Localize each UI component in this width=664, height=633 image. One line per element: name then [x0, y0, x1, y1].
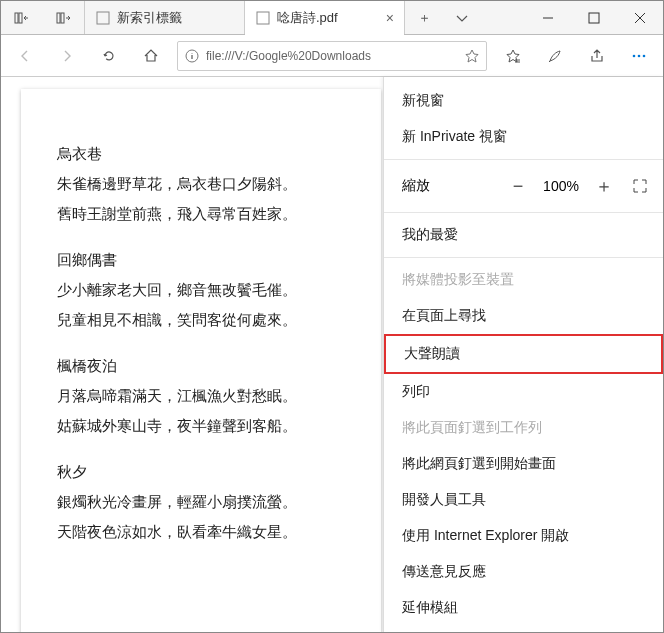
close-icon — [632, 10, 648, 26]
tab-label: 唸唐詩.pdf — [277, 9, 380, 27]
pdf-page: 烏衣巷 朱雀橋邊野草花，烏衣巷口夕陽斜。 舊時王謝堂前燕，飛入尋常百姓家。 回鄉… — [21, 89, 381, 633]
more-dots-icon — [631, 48, 647, 64]
poem-title: 回鄉偶書 — [57, 245, 345, 275]
menu-new-inprivate[interactable]: 新 InPrivate 視窗 — [384, 119, 663, 155]
refresh-icon — [101, 48, 117, 64]
tab-overflow-button[interactable] — [443, 1, 481, 34]
toolbar: file:///V:/Google%20Downloads — [1, 35, 663, 77]
more-menu-button[interactable] — [619, 36, 659, 76]
url-text: file:///V:/Google%20Downloads — [206, 49, 458, 63]
share-button[interactable] — [577, 36, 617, 76]
back-button[interactable] — [5, 36, 45, 76]
more-menu: 新視窗 新 InPrivate 視窗 縮放 − 100% ＋ 我的最愛 將媒體投… — [383, 77, 663, 632]
page-icon — [95, 10, 111, 26]
menu-new-window[interactable]: 新視窗 — [384, 83, 663, 119]
forward-arrow-icon — [59, 48, 75, 64]
menu-separator — [384, 212, 663, 213]
poem-line: 天階夜色涼如水，臥看牽牛織女星。 — [57, 517, 345, 547]
svg-point-13 — [633, 54, 636, 57]
tab-pdf[interactable]: 唸唐詩.pdf × — [245, 1, 405, 34]
home-icon — [143, 48, 159, 64]
svg-rect-2 — [57, 13, 60, 23]
svg-rect-5 — [257, 12, 269, 24]
minimize-button[interactable] — [525, 1, 571, 34]
poem-line: 姑蘇城外寒山寺，夜半鐘聲到客船。 — [57, 411, 345, 441]
poem-line: 銀燭秋光冷畫屏，輕羅小扇撲流螢。 — [57, 487, 345, 517]
zoom-out-button[interactable]: − — [501, 170, 535, 202]
back-arrow-icon — [17, 48, 33, 64]
svg-rect-0 — [15, 13, 18, 23]
address-bar[interactable]: file:///V:/Google%20Downloads — [177, 41, 487, 71]
poem-line: 月落烏啼霜滿天，江楓漁火對愁眠。 — [57, 381, 345, 411]
svg-point-14 — [638, 54, 641, 57]
poem-title: 秋夕 — [57, 457, 345, 487]
svg-rect-4 — [97, 12, 109, 24]
menu-open-ie[interactable]: 使用 Internet Explorer 開啟 — [384, 518, 663, 554]
tab-label: 新索引標籤 — [117, 9, 234, 27]
info-icon — [184, 48, 200, 64]
tab-bar: 新索引標籤 唸唐詩.pdf × ＋ — [1, 1, 663, 35]
set-aside-tabs-button[interactable] — [1, 1, 43, 34]
fullscreen-button[interactable] — [623, 170, 657, 202]
menu-zoom-row: 縮放 − 100% ＋ — [384, 164, 663, 208]
menu-separator — [384, 257, 663, 258]
poem-line: 朱雀橋邊野草花，烏衣巷口夕陽斜。 — [57, 169, 345, 199]
share-icon — [589, 48, 605, 64]
menu-find[interactable]: 在頁面上尋找 — [384, 298, 663, 334]
page-icon — [255, 10, 271, 26]
notes-button[interactable] — [535, 36, 575, 76]
zoom-label: 縮放 — [402, 177, 499, 195]
pen-icon — [547, 48, 563, 64]
svg-rect-7 — [589, 13, 599, 23]
star-outline-icon[interactable] — [464, 48, 480, 64]
poem-line: 舊時王謝堂前燕，飛入尋常百姓家。 — [57, 199, 345, 229]
menu-pin-taskbar: 將此頁面釘選到工作列 — [384, 410, 663, 446]
close-tab-button[interactable]: × — [386, 10, 394, 26]
svg-rect-3 — [61, 13, 64, 23]
minimize-icon — [540, 10, 556, 26]
menu-cast: 將媒體投影至裝置 — [384, 262, 663, 298]
svg-point-15 — [643, 54, 646, 57]
chevron-down-icon — [454, 10, 470, 26]
menu-feedback[interactable]: 傳送意見反應 — [384, 554, 663, 590]
menu-favorites[interactable]: 我的最愛 — [384, 217, 663, 253]
poem-line: 兒童相見不相識，笑問客從何處來。 — [57, 305, 345, 335]
zoom-value: 100% — [537, 178, 585, 194]
menu-separator — [384, 159, 663, 160]
tab-new-index[interactable]: 新索引標籤 — [85, 1, 245, 34]
set-aside-icon — [14, 10, 30, 26]
menu-devtools[interactable]: 開發人員工具 — [384, 482, 663, 518]
refresh-button[interactable] — [89, 36, 129, 76]
menu-print[interactable]: 列印 — [384, 374, 663, 410]
svg-rect-1 — [19, 13, 22, 23]
zoom-in-button[interactable]: ＋ — [587, 170, 621, 202]
menu-whatsnew[interactable]: 新增功能與提示 — [384, 626, 663, 632]
forward-button[interactable] — [47, 36, 87, 76]
menu-pin-start[interactable]: 將此網頁釘選到開始畫面 — [384, 446, 663, 482]
poem-line: 少小離家老大回，鄉音無改鬢毛催。 — [57, 275, 345, 305]
menu-extensions[interactable]: 延伸模組 — [384, 590, 663, 626]
poem-title: 烏衣巷 — [57, 139, 345, 169]
content-area: 烏衣巷 朱雀橋邊野草花，烏衣巷口夕陽斜。 舊時王謝堂前燕，飛入尋常百姓家。 回鄉… — [1, 77, 663, 632]
home-button[interactable] — [131, 36, 171, 76]
menu-read-aloud[interactable]: 大聲朗讀 — [384, 334, 663, 374]
show-aside-tabs-button[interactable] — [43, 1, 85, 34]
tabs-list-icon — [56, 10, 72, 26]
close-window-button[interactable] — [617, 1, 663, 34]
new-tab-button[interactable]: ＋ — [405, 1, 443, 34]
star-list-icon — [505, 48, 521, 64]
poem-title: 楓橋夜泊 — [57, 351, 345, 381]
fullscreen-icon — [632, 178, 648, 194]
maximize-icon — [586, 10, 602, 26]
favorites-button[interactable] — [493, 36, 533, 76]
maximize-button[interactable] — [571, 1, 617, 34]
